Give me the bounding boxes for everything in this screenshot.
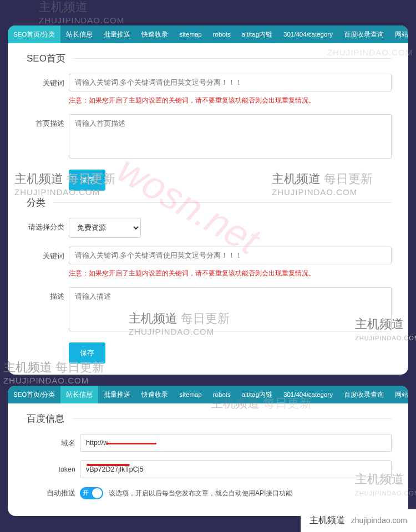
category-select[interactable]: 免费资源 bbox=[69, 218, 141, 238]
tab-spider-b[interactable]: 网站蜘蛛 bbox=[389, 386, 408, 403]
card-baidu: SEO首页/分类 站长信息 批量推送 快速收录 sitemap robots a… bbox=[8, 386, 408, 516]
tab-sitemap[interactable]: sitemap bbox=[174, 25, 207, 43]
toggle-knob-icon bbox=[92, 488, 102, 498]
watermark-top: 主机频道 ZHUJIPINDAO.COM bbox=[39, 0, 124, 25]
tab-robots[interactable]: robots bbox=[207, 25, 236, 43]
tab-sitemap-b[interactable]: sitemap bbox=[174, 386, 207, 403]
tab-baidu-index[interactable]: 百度收录查询 bbox=[338, 25, 389, 43]
home-desc-textarea[interactable] bbox=[69, 114, 392, 158]
keyword-warning: 注意：如果您开启了主题内设置的关键词，请不要重复该功能否则会出现重复情况。 bbox=[69, 96, 392, 105]
cat-keyword-label: 关键词 bbox=[24, 247, 69, 261]
row-keywords: 关键词 注意：如果您开启了主题内设置的关键词，请不要重复该功能否则会出现重复情况… bbox=[24, 74, 392, 105]
footer-brand-main: 主机频道 bbox=[310, 515, 345, 525]
row-cat-keywords: 关键词 注意：如果您开启了主题内设置的关键词，请不要重复该功能否则会出现重复情况… bbox=[24, 247, 392, 278]
tab-baidu-index-b[interactable]: 百度收录查询 bbox=[338, 386, 389, 403]
tab-301-404-b[interactable]: 301/404/category bbox=[278, 386, 338, 403]
tab-seo-home-b[interactable]: SEO首页/分类 bbox=[8, 386, 60, 403]
category-legend: 分类 bbox=[27, 196, 53, 209]
autopush-label: 自动推送 bbox=[24, 489, 80, 498]
seo-home-section: SEO首页 关键词 注意：如果您开启了主题内设置的关键词，请不要重复该功能否则会… bbox=[8, 43, 408, 375]
autopush-toggle[interactable]: 开 bbox=[80, 487, 103, 499]
seo-home-group: SEO首页 关键词 注意：如果您开启了主题内设置的关键词，请不要重复该功能否则会… bbox=[24, 52, 392, 191]
tab-alt-tag[interactable]: alt/tag内链 bbox=[236, 25, 278, 43]
domain-label: 域名 bbox=[24, 434, 80, 448]
home-desc-label: 首页描述 bbox=[24, 114, 69, 129]
bottom-tabs: SEO首页/分类 站长信息 批量推送 快速收录 sitemap robots a… bbox=[8, 386, 408, 403]
tab-fast-index[interactable]: 快速收录 bbox=[136, 25, 174, 43]
row-home-desc: 首页描述 bbox=[24, 114, 392, 161]
baidu-section: 百度信息 域名 token 自动推送 开 bbox=[8, 403, 408, 516]
baidu-group: 百度信息 域名 token 自动推送 开 bbox=[24, 412, 392, 499]
cat-keyword-input[interactable] bbox=[69, 247, 392, 264]
redact-mark-icon bbox=[87, 464, 130, 466]
tab-alt-tag-b[interactable]: alt/tag内链 bbox=[236, 386, 278, 403]
footer-brand: 主机频道 zhujipindao.com bbox=[301, 509, 416, 532]
select-category-label: 请选择分类 bbox=[24, 218, 69, 232]
cat-desc-label: 描述 bbox=[24, 287, 69, 301]
top-tabs: SEO首页/分类 站长信息 批量推送 快速收录 sitemap robots a… bbox=[8, 25, 408, 43]
tab-webmaster-info-b[interactable]: 站长信息 bbox=[60, 386, 98, 403]
tab-robots-b[interactable]: robots bbox=[207, 386, 236, 403]
category-group: 分类 请选择分类 免费资源 关键词 注意：如果您开启了主题内设置的关键词，请不要… bbox=[24, 196, 392, 364]
seo-home-legend: SEO首页 bbox=[27, 52, 73, 65]
row-autopush: 自动推送 开 该选项，开启以后每当您发布文章，就会自动使用API接口功能 bbox=[24, 487, 392, 499]
tab-batch-push[interactable]: 批量推送 bbox=[98, 25, 136, 43]
row-domain: 域名 bbox=[24, 434, 392, 452]
row-select-category: 请选择分类 免费资源 bbox=[24, 218, 392, 238]
cat-keyword-warning: 注意：如果您开启了主题内设置的关键词，请不要重复该功能否则会出现重复情况。 bbox=[69, 269, 392, 278]
tab-fast-index-b[interactable]: 快速收录 bbox=[136, 386, 174, 403]
row-cat-desc: 描述 bbox=[24, 287, 392, 334]
save-button-home[interactable]: 保存 bbox=[69, 170, 105, 191]
redact-mark-icon bbox=[106, 443, 156, 444]
token-input[interactable] bbox=[80, 461, 392, 478]
row-token: token bbox=[24, 461, 392, 478]
cat-desc-textarea[interactable] bbox=[69, 287, 392, 331]
card-seo: SEO首页/分类 站长信息 批量推送 快速收录 sitemap robots a… bbox=[8, 25, 408, 375]
tab-webmaster-info[interactable]: 站长信息 bbox=[60, 25, 98, 43]
footer-brand-domain: zhujipindao.com bbox=[351, 516, 407, 525]
tab-batch-push-b[interactable]: 批量推送 bbox=[98, 386, 136, 403]
keyword-input[interactable] bbox=[69, 74, 392, 91]
autopush-text: 该选项，开启以后每当您发布文章，就会自动使用API接口功能 bbox=[109, 489, 292, 498]
baidu-legend: 百度信息 bbox=[27, 412, 72, 425]
tab-seo-home[interactable]: SEO首页/分类 bbox=[8, 25, 60, 43]
token-label: token bbox=[24, 461, 80, 473]
tab-spider[interactable]: 网站蜘蛛 bbox=[389, 25, 408, 43]
keyword-label: 关键词 bbox=[24, 74, 69, 88]
tab-301-404[interactable]: 301/404/category bbox=[278, 25, 338, 43]
save-button-category[interactable]: 保存 bbox=[69, 342, 105, 364]
